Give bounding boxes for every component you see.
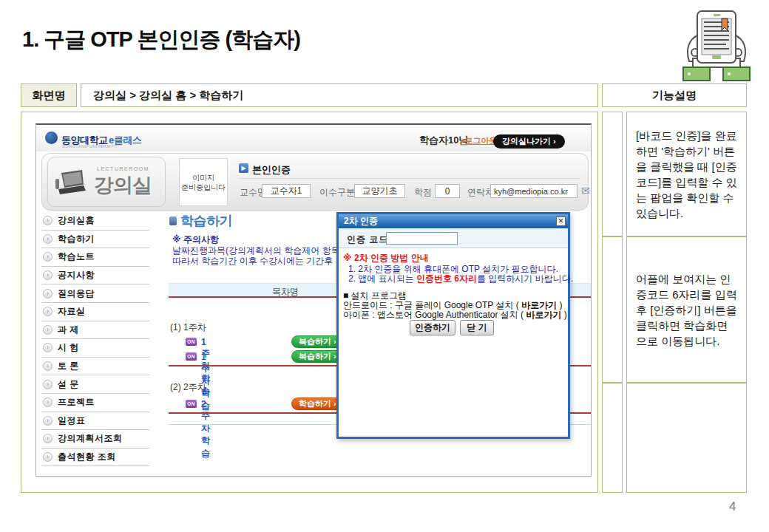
laptop-icon (54, 170, 87, 197)
on-badge: ON (186, 338, 197, 346)
lms-page-title: 학습하기 (180, 212, 232, 230)
chevron-right-icon: › (43, 452, 52, 462)
spacer-cell (602, 383, 623, 493)
verify-button[interactable]: 인증하기 (410, 320, 455, 335)
lectureroom-en: LECTUREROOM (97, 166, 149, 171)
identity-verify-title: 본인인증 (252, 163, 291, 177)
sidebar-item-notes[interactable]: ›학습노트 (41, 248, 149, 267)
mail-icon[interactable]: ✉ (581, 185, 590, 197)
section-arrow-icon: ▶ (239, 163, 248, 173)
chevron-right-icon: › (43, 234, 52, 244)
sidebar-item-learning[interactable]: ›학습하기 (41, 231, 149, 249)
lectureroom-logo: LECTUREROOM 강의실 (47, 157, 166, 207)
chevron-right-icon: › (43, 289, 52, 299)
chevron-right-icon: › (43, 270, 52, 280)
credit-field: 0 (435, 184, 460, 198)
course-type-field: 교양기초 (354, 184, 405, 198)
code-label: 인증 코드 (347, 233, 388, 246)
lectureroom-title: 강의실 (94, 172, 152, 199)
screen-name-header: 화면명 (21, 83, 77, 107)
dialog-titlebar[interactable]: 2차 인증 (339, 214, 568, 228)
notice-title: ※ 주의사항 (172, 234, 219, 245)
spacer-cell (602, 236, 623, 383)
week-group-label: (1) 1주차 (170, 321, 206, 334)
function-desc-row3-empty (626, 383, 747, 493)
sidebar: ›강의실홈 ›학습하기 ›학습노트 ›공지사항 ›질의응답 ›자료실 ›과 제 … (41, 212, 149, 466)
chevron-right-icon: › (43, 416, 52, 426)
sidebar-item-survey[interactable]: ›설 문 (41, 375, 149, 394)
sidebar-item-assignment[interactable]: ›과 제 (41, 321, 149, 340)
sidebar-item-attendance[interactable]: ›출석현황 조회 (41, 449, 149, 467)
function-desc-row1: [바코드 인증]을 완료하면 '학습하기' 버튼을 클릭했을 때 [인증코드]를… (626, 112, 747, 236)
chevron-right-icon: › (43, 380, 52, 389)
page-number: 4 (729, 499, 736, 514)
breadcrumb: 강의실 > 강의실 홈 > 학습하기 (81, 83, 598, 107)
sidebar-item-qna[interactable]: ›질의응답 (41, 284, 149, 303)
manual-page: 1. 구글 OTP 본인인증 (학습자) 화면명 강의실 > 강의실 홈 > 학… (0, 0, 769, 532)
iphone-shortcut-link[interactable]: 바로가기 (526, 310, 561, 320)
professor-field: 교수자1 (262, 184, 311, 198)
sidebar-item-notice[interactable]: ›공지사항 (41, 267, 149, 285)
image-placeholder: 이미지 준비중입니다 (179, 158, 228, 206)
chevron-right-icon: › (43, 361, 52, 371)
chevron-right-icon: › (43, 343, 52, 352)
lesson-link[interactable]: 2주차 학습 (201, 399, 210, 460)
page-title: 1. 구글 OTP 본인인증 (학습자) (22, 25, 300, 55)
code-input[interactable] (386, 232, 458, 245)
guide-line2: 2. 앱에 표시되는 인증번호 6자리를 입력하시기 바랍니다. (348, 273, 573, 285)
chevron-right-icon: › (43, 398, 52, 407)
sidebar-item-discussion[interactable]: ›토 론 (41, 358, 149, 376)
chevron-right-icon: › (43, 325, 52, 335)
close-icon[interactable]: ✕ (556, 216, 566, 226)
sidebar-item-classroom-home[interactable]: ›강의실홈 (41, 212, 149, 231)
chevron-right-icon: › (43, 216, 52, 225)
function-desc-row2: 어플에 보여지는 인증코드 6자리를 입력 후 [인증하기] 버튼을 클릭하면 … (626, 236, 747, 383)
divider (239, 178, 580, 179)
document-machine-icon (682, 10, 751, 81)
field-label: 이수구분 (319, 186, 355, 199)
on-badge: ON (186, 400, 197, 408)
lms-topbar: 동양대학교 DONGYANG UNIVERSITY e클래스 학습자10님 ▸로… (36, 125, 591, 151)
chevron-right-icon: › (43, 434, 52, 443)
field-label: 학점 (414, 186, 432, 199)
spacer-cell (602, 112, 623, 236)
contact-field: kyh@mediopia.co.kr (490, 184, 577, 198)
page-title-icon (169, 216, 177, 225)
sidebar-item-materials[interactable]: ›자료실 (41, 303, 149, 321)
sidebar-item-project[interactable]: ›프로젝트 (41, 394, 149, 412)
on-badge: ON (186, 352, 197, 361)
code-row: 인증 코드 (339, 228, 568, 248)
sidebar-item-exam[interactable]: ›시 험 (41, 339, 149, 358)
iphone-install-line: 아이폰 : 앱스토어 Google Authenticator 설치 ( 바로가… (343, 309, 567, 321)
course-header-band: LECTUREROOM 강의실 이미지 준비중입니다 ▶ 본인인증 교수명 교수… (41, 153, 589, 211)
exit-classroom-button[interactable]: 강의실나가기 › (493, 134, 565, 149)
sidebar-item-syllabus[interactable]: ›강의계획서조회 (41, 430, 149, 449)
dialog-close-button[interactable]: 닫 기 (460, 320, 494, 335)
week-group-label: (2) 2주차 (170, 381, 206, 394)
sidebar-item-schedule[interactable]: ›일정표 (41, 412, 149, 431)
chevron-right-icon: › (43, 307, 52, 316)
logout-link[interactable]: ▸로그아웃 (461, 135, 498, 146)
otp-dialog: 2차 인증 ✕ 인증 코드 ※ 2차 인증 방법 안내 1. 2차 인증을 위해… (336, 212, 570, 439)
chevron-right-icon: › (43, 252, 52, 262)
column-header-title: 목차명 (272, 286, 299, 299)
service-name: e클래스 (109, 134, 141, 147)
university-logo-icon (45, 132, 58, 144)
function-desc-header: 기능설명 (602, 83, 747, 107)
